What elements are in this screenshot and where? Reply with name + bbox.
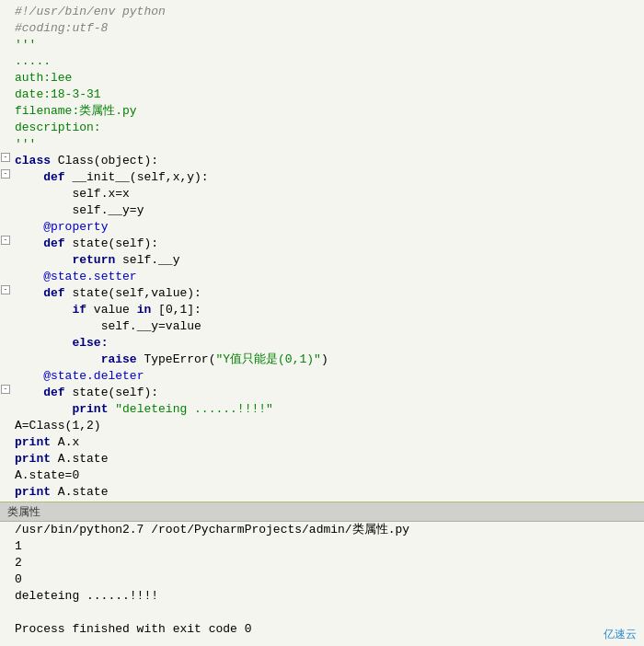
code-line: del A.state| [0, 501, 644, 502]
output-text: /usr/bin/python2.7 /root/PycharmProjects… [13, 522, 640, 538]
line-text: auth:lee [13, 70, 640, 87]
output-text: deleteing ......!!!! [13, 588, 640, 605]
line-gutter: - [0, 285, 13, 294]
code-line: print A.state [0, 451, 644, 467]
fold-icon[interactable]: - [1, 169, 10, 179]
code-line: @state.deleter [0, 368, 644, 385]
code-line: - def state(self): [0, 385, 644, 401]
line-text: self.x=x [13, 186, 640, 202]
line-text: print A.state [13, 484, 640, 501]
line-text: print "deleteing ......!!!!" [13, 401, 640, 418]
code-line: #!/usr/bin/env python [0, 4, 644, 20]
output-text: 2 [13, 555, 640, 571]
fold-icon[interactable]: - [1, 285, 10, 294]
line-text: self.__y=value [13, 318, 640, 335]
code-line: print "deleteing ......!!!!" [0, 401, 644, 418]
line-text: print A.x [13, 434, 640, 451]
output-line: 2 [0, 555, 644, 571]
line-text: #coding:utf-8 [13, 20, 640, 37]
code-line: self.x=x [0, 186, 644, 202]
code-line: date:18-3-31 [0, 87, 644, 103]
line-text: self.__y=y [13, 202, 640, 219]
line-text: return self.__y [13, 252, 640, 269]
line-text: else: [13, 335, 640, 352]
line-text: def state(self): [13, 236, 640, 252]
code-line: - def __init__(self,x,y): [0, 169, 644, 186]
code-line: - def state(self): [0, 236, 644, 252]
output-line: Process finished with exit code 0 [0, 621, 644, 638]
code-editor: #!/usr/bin/env python#coding:utf-8'''...… [0, 0, 644, 502]
line-text: class Class(object): [13, 153, 640, 169]
line-text: print A.state [13, 451, 640, 467]
code-line: raise TypeError("Y值只能是(0,1)") [0, 352, 644, 368]
output-text: 1 [13, 538, 640, 555]
section-divider: 类属性 [0, 502, 644, 522]
output-line: /usr/bin/python2.7 /root/PycharmProjects… [0, 522, 644, 538]
output-area: /usr/bin/python2.7 /root/PycharmProjects… [0, 522, 644, 646]
code-line: @state.setter [0, 269, 644, 285]
line-text: if value in [0,1]: [13, 302, 640, 318]
line-text: ''' [13, 37, 640, 53]
section-label: 类属性 [7, 504, 40, 520]
code-line: ..... [0, 53, 644, 70]
line-text: filename:类属性.py [13, 103, 640, 120]
line-text: @state.setter [13, 269, 640, 285]
line-text: A.state=0 [13, 467, 640, 484]
code-line: description: [0, 120, 644, 136]
fold-icon[interactable]: - [1, 153, 10, 162]
output-line: deleteing ......!!!! [0, 588, 644, 605]
output-line [0, 605, 644, 621]
line-text: @state.deleter [13, 368, 640, 385]
code-line: A.state=0 [0, 467, 644, 484]
line-text: raise TypeError("Y值只能是(0,1)") [13, 352, 640, 368]
line-text: ''' [13, 136, 640, 153]
line-text: @property [13, 219, 640, 236]
line-text: description: [13, 120, 640, 136]
line-text: date:18-3-31 [13, 87, 640, 103]
output-line: 0 [0, 571, 644, 588]
code-line: -class Class(object): [0, 153, 644, 169]
code-line: self.__y=value [0, 318, 644, 335]
code-line: #coding:utf-8 [0, 20, 644, 37]
line-text: #!/usr/bin/env python [13, 4, 640, 20]
code-line: A=Class(1,2) [0, 418, 644, 434]
code-line: ''' [0, 136, 644, 153]
code-line: print A.state [0, 484, 644, 501]
fold-icon[interactable]: - [1, 385, 10, 394]
code-line: return self.__y [0, 252, 644, 269]
line-text: def state(self,value): [13, 285, 640, 302]
line-text: ..... [13, 53, 640, 70]
output-text: 0 [13, 571, 640, 588]
code-line: auth:lee [0, 70, 644, 87]
code-line: self.__y=y [0, 202, 644, 219]
line-text: def state(self): [13, 385, 640, 401]
code-line: @property [0, 219, 644, 236]
code-line: filename:类属性.py [0, 103, 644, 120]
line-text: def __init__(self,x,y): [13, 169, 640, 186]
code-line: print A.x [0, 434, 644, 451]
output-text: Process finished with exit code 0 [13, 621, 640, 638]
line-text: A=Class(1,2) [13, 418, 640, 434]
line-text: del A.state| [13, 501, 640, 502]
code-line: - def state(self,value): [0, 285, 644, 302]
code-line: ''' [0, 37, 644, 53]
code-line: else: [0, 335, 644, 352]
line-gutter: - [0, 169, 13, 179]
fold-icon[interactable]: - [1, 236, 10, 245]
code-line: if value in [0,1]: [0, 302, 644, 318]
line-gutter: - [0, 385, 13, 394]
output-line: 1 [0, 538, 644, 555]
line-gutter: - [0, 153, 13, 162]
line-gutter: - [0, 236, 13, 245]
